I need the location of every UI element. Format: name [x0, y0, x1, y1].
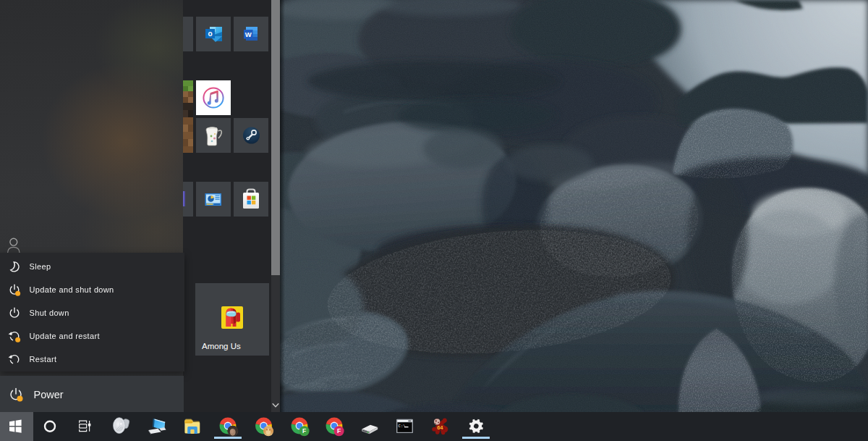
svg-text:W: W [245, 30, 252, 38]
svg-text:F: F [337, 427, 341, 434]
svg-text:o: o [208, 30, 212, 38]
svg-text:F: F [302, 427, 306, 434]
svg-text:64: 64 [437, 424, 443, 431]
svg-text:C:\: C:\ [399, 424, 406, 429]
